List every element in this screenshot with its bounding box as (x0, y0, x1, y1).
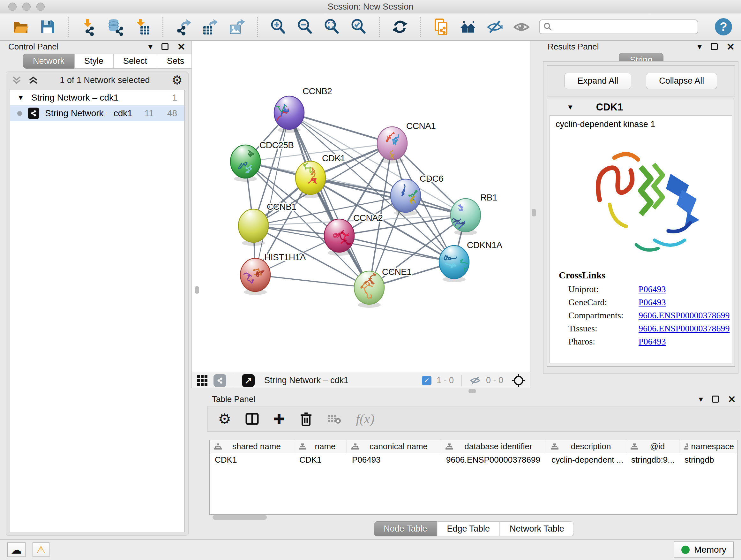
tab-network-table[interactable]: Network Table (500, 521, 574, 537)
delete-column-trash-icon[interactable] (299, 411, 313, 427)
column-header-canonical-name[interactable]: canonical name (347, 440, 441, 453)
zoom-fit-icon[interactable] (323, 17, 341, 36)
network-node-CDC6[interactable]: CDC6 (391, 174, 443, 216)
share-view-icon[interactable] (213, 374, 226, 387)
network-node-CDKN1A[interactable]: CDKN1A (439, 240, 502, 282)
cloud-status-button[interactable]: ☁ (7, 543, 25, 557)
network-row-selected[interactable]: String Network – cdk1 11 48 (10, 105, 184, 121)
hide-selected-eye-slash-icon[interactable] (485, 17, 504, 36)
zoom-out-icon[interactable] (296, 17, 314, 36)
function-builder-icon[interactable]: f(x) (356, 411, 374, 427)
column-header-@id[interactable]: @id (626, 440, 679, 453)
import-table-icon[interactable] (133, 17, 151, 36)
horizontal-scrollbar-thumb[interactable] (212, 515, 267, 520)
hidden-counts: 0 - 0 (486, 375, 503, 385)
section-caret-icon[interactable]: ▼ (567, 103, 574, 111)
results-panel: Results Panel ▾ ✕ String Expand All Coll… (542, 41, 740, 393)
warnings-button[interactable]: ⚠ (32, 543, 50, 557)
tab-node-table[interactable]: Node Table (374, 521, 437, 537)
tab-sets[interactable]: Sets (157, 54, 194, 69)
delete-table-icon[interactable] (327, 413, 342, 425)
network-node-CDC25B[interactable]: CDC25B (230, 140, 293, 182)
column-header-name[interactable]: name (294, 440, 347, 453)
column-header-shared-name[interactable]: shared name (210, 440, 294, 453)
left-splitter-handle[interactable] (195, 286, 199, 294)
selected-checkbox-icon[interactable]: ✓ (422, 376, 431, 385)
show-columns-icon[interactable] (245, 412, 259, 426)
crosslink-link[interactable]: 9606.ENSP00000378699 (638, 310, 730, 320)
show-all-eye-icon[interactable] (512, 17, 531, 36)
crosslinks-list: Uniprot:P06493GeneCard:P06493Compartment… (550, 284, 732, 347)
refresh-icon[interactable] (391, 17, 409, 36)
column-type-icon (551, 443, 558, 450)
expand-all-icon[interactable] (28, 76, 38, 84)
float-panel-icon[interactable]: ▾ (697, 42, 702, 52)
network-list: ▼ String Network – cdk1 1 String Network… (10, 90, 185, 532)
collapse-all-button[interactable]: Collapse All (646, 73, 717, 89)
network-canvas[interactable]: CCNB2CCNA1CDC25BCDK1CDC6RB1CCNB1CCNA2CDK… (192, 41, 530, 373)
network-row-label: String Network – cdk1 (45, 108, 132, 118)
collapse-all-icon[interactable] (12, 76, 21, 84)
maximize-panel-icon[interactable] (161, 43, 169, 50)
control-panel-tabs: NetworkStyleSelectSets (23, 54, 194, 69)
crosslink-link[interactable]: P06493 (638, 297, 666, 307)
network-node-RB1[interactable]: RB1 (451, 192, 497, 235)
network-node-HIST1H1A[interactable]: HIST1H1A (240, 252, 306, 295)
tab-edge-table[interactable]: Edge Table (437, 521, 500, 537)
right-splitter-handle[interactable] (532, 209, 536, 216)
import-network-database-icon[interactable] (106, 17, 125, 36)
crosslink-row: Uniprot:P06493 (568, 284, 732, 294)
close-panel-icon[interactable]: ✕ (727, 41, 735, 52)
table-row[interactable]: CDK1CDK1P064939606.ENSP00000378699cyclin… (210, 453, 738, 466)
copy-style-icon[interactable] (432, 17, 450, 36)
export-image-icon[interactable] (228, 17, 246, 36)
home-icon[interactable] (459, 17, 477, 36)
float-panel-icon[interactable]: ▾ (699, 394, 703, 404)
network-options-gear-icon[interactable]: ⚙ (172, 73, 183, 87)
collection-caret-icon[interactable]: ▼ (17, 94, 24, 102)
fit-selected-crosshair-icon[interactable] (512, 374, 526, 388)
import-network-file-icon[interactable] (79, 17, 98, 36)
column-header-namespace[interactable]: namespace (679, 440, 738, 453)
grid-view-icon[interactable] (196, 374, 208, 387)
bottom-splitter-handle[interactable] (468, 389, 476, 393)
birds-eye-view-icon[interactable]: ↗ (242, 374, 255, 387)
network-node-CCNE1[interactable]: CCNE1 (354, 267, 411, 308)
current-network-dot-icon (17, 111, 22, 116)
maximize-panel-icon[interactable] (712, 395, 719, 402)
help-button[interactable]: ? (715, 18, 732, 36)
hidden-eye-slash-icon[interactable] (469, 376, 481, 385)
network-node-CCNA1[interactable]: CCNA1 (377, 121, 435, 165)
save-session-icon[interactable] (38, 17, 57, 36)
zoom-selected-icon[interactable] (349, 17, 368, 36)
tab-style[interactable]: Style (74, 54, 113, 69)
expand-collapse-bar: Expand All Collapse All (547, 65, 735, 97)
crosslink-link[interactable]: P06493 (638, 284, 666, 294)
table-options-gear-icon[interactable]: ⚙ (218, 410, 231, 428)
table-cell: P06493 (347, 453, 441, 466)
maximize-panel-icon[interactable] (711, 43, 718, 50)
node-count: 11 (145, 108, 154, 118)
open-session-icon[interactable] (11, 17, 30, 36)
table-cell: CDK1 (210, 453, 294, 466)
search-input[interactable] (555, 22, 694, 32)
float-panel-icon[interactable]: ▾ (148, 42, 152, 52)
column-header-description[interactable]: description (546, 440, 626, 453)
crosslink-link[interactable]: P06493 (638, 336, 666, 347)
create-column-icon[interactable]: ✚ (273, 411, 285, 427)
tab-network[interactable]: Network (23, 54, 74, 69)
close-panel-icon[interactable]: ✕ (178, 41, 185, 52)
gene-section-header[interactable]: ▼ CDK1 (547, 99, 735, 115)
current-network-name: String Network – cdk1 (264, 375, 348, 385)
memory-button[interactable]: Memory (674, 542, 734, 558)
expand-all-button[interactable]: Expand All (564, 73, 631, 89)
export-network-icon[interactable] (174, 17, 193, 36)
close-panel-icon[interactable]: ✕ (728, 394, 736, 405)
tab-select[interactable]: Select (113, 54, 157, 69)
zoom-in-icon[interactable] (269, 17, 287, 36)
collection-count: 1 (172, 92, 177, 103)
column-header-database-identifier[interactable]: database identifier (441, 440, 546, 453)
network-collection-row[interactable]: ▼ String Network – cdk1 1 (10, 90, 184, 105)
export-table-icon[interactable] (201, 17, 219, 36)
crosslink-link[interactable]: 9606.ENSP00000378699 (638, 323, 730, 334)
